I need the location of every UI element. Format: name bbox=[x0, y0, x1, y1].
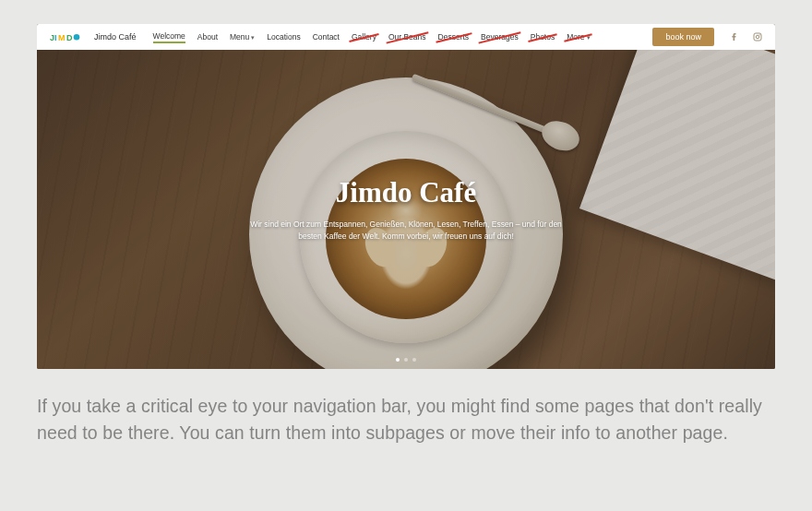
svg-rect-5 bbox=[754, 33, 761, 41]
nav-item-more[interactable]: More▾ bbox=[567, 32, 590, 42]
instagram-icon[interactable] bbox=[753, 32, 762, 42]
facebook-icon[interactable] bbox=[729, 32, 738, 42]
jimdo-logo-icon: J I M D bbox=[50, 32, 81, 42]
chevron-down-icon: ▾ bbox=[587, 34, 591, 41]
carousel-dot[interactable] bbox=[412, 358, 416, 362]
nav-item-locations[interactable]: Locations bbox=[267, 32, 300, 42]
nav-items: Welcome About Menu▾ Locations Contact Ga… bbox=[153, 31, 644, 43]
svg-text:I: I bbox=[54, 33, 57, 42]
book-now-button[interactable]: book now bbox=[652, 28, 714, 46]
logo[interactable]: J I M D bbox=[50, 32, 83, 42]
nav-item-welcome[interactable]: Welcome bbox=[153, 31, 185, 43]
website-screenshot: J I M D Jimdo Café Welcome About Menu▾ L… bbox=[37, 24, 775, 369]
nav-item-beverages[interactable]: Beverages bbox=[481, 32, 519, 42]
nav-item-contact[interactable]: Contact bbox=[313, 32, 340, 42]
svg-point-4 bbox=[74, 34, 80, 41]
carousel-dots[interactable] bbox=[396, 358, 416, 362]
nav-item-our-beans[interactable]: Our Beans bbox=[388, 32, 426, 42]
svg-point-7 bbox=[759, 34, 760, 35]
nav-item-about[interactable]: About bbox=[197, 32, 218, 42]
nav-item-menu[interactable]: Menu▾ bbox=[230, 32, 255, 42]
caption-text: If you take a critical eye to your navig… bbox=[37, 393, 775, 447]
hero-subtitle: Wir sind ein Ort zum Entspannen, Genieße… bbox=[245, 219, 567, 243]
hero-section: Jimdo Café Wir sind ein Ort zum Entspann… bbox=[37, 50, 775, 369]
top-nav: J I M D Jimdo Café Welcome About Menu▾ L… bbox=[37, 24, 775, 50]
svg-text:D: D bbox=[66, 33, 73, 42]
site-title: Jimdo Café bbox=[94, 32, 137, 42]
nav-item-gallery[interactable]: Gallery bbox=[352, 32, 376, 42]
nav-item-desserts[interactable]: Desserts bbox=[438, 32, 470, 42]
chevron-down-icon: ▾ bbox=[251, 34, 255, 41]
carousel-dot[interactable] bbox=[396, 358, 400, 362]
hero-title: Jimdo Café bbox=[336, 176, 476, 209]
svg-text:M: M bbox=[58, 33, 66, 42]
svg-point-6 bbox=[756, 35, 759, 39]
nav-item-photos[interactable]: Photos bbox=[531, 32, 555, 42]
carousel-dot[interactable] bbox=[404, 358, 408, 362]
